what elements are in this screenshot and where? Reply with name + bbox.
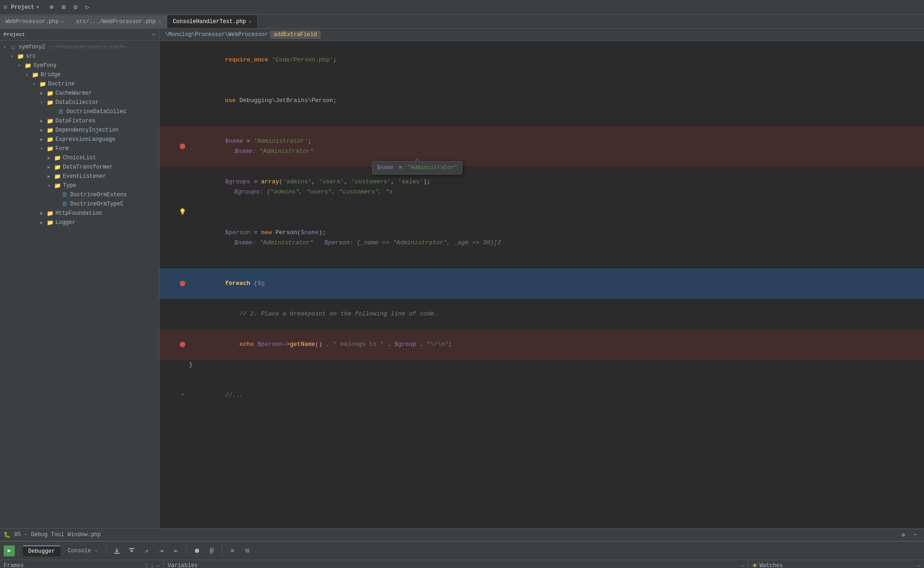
- frames-expand-icon[interactable]: →: [156, 562, 160, 568]
- step-out-btn[interactable]: ↗: [140, 544, 153, 557]
- tab-consolehandlertest[interactable]: ConsoleHandlerTest.php ✕: [167, 15, 257, 28]
- tree-item-doctrine[interactable]: ▾ 📁 Doctrine: [0, 79, 159, 89]
- run-to-cursor-btn[interactable]: ⇥: [155, 544, 168, 557]
- tree-item-datafixtures[interactable]: ▶ 📁 DataFixtures: [0, 116, 159, 126]
- line-number: [159, 299, 178, 329]
- tree-arrow-icon: ▶: [39, 118, 44, 124]
- tree-item-type[interactable]: ▾ 📁 Type: [0, 181, 159, 190]
- code-content: //...: [187, 380, 924, 411]
- line-gutter: [178, 75, 187, 85]
- tree-item-doctrineormtypec[interactable]: 🖹 DoctrineOrmTypeC: [0, 199, 159, 209]
- debug-content: Frames ↑ ↓ → ⏸ : 🗎 05 –: [0, 560, 924, 568]
- tree-item-logger[interactable]: ▶ 📁 Logger: [0, 218, 159, 227]
- top-bar: ⊞ Project ▾ ⊕ ⊞ ⚙ ▷: [0, 0, 924, 15]
- tree-item-doctrineormextens[interactable]: 🖹 DoctrineOrmExtens: [0, 190, 159, 199]
- tree-arrow-icon: ▾: [24, 72, 30, 78]
- tree-arrow-icon: ▾: [2, 44, 7, 50]
- tree-item-datatransformer[interactable]: ▶ 📁 DataTransformer: [0, 163, 159, 172]
- tree-label: CacheWarmer: [55, 90, 92, 97]
- folder-icon: 📁: [31, 71, 39, 79]
- tree-item-expressionlanguage[interactable]: ▶ 📁 ExpressionLanguage: [0, 135, 159, 144]
- build-icon[interactable]: ▷: [83, 3, 92, 12]
- tree-label: DoctrineOrmExtens: [70, 192, 127, 198]
- breakpoint-icon[interactable]: [180, 342, 185, 347]
- watches-title: Watches: [760, 562, 783, 568]
- tree-item-dependencyinjection[interactable]: ▶ 📁 DependencyInjection: [0, 126, 159, 135]
- code-content: [187, 116, 924, 126]
- line-number: [159, 45, 178, 75]
- tab-close-icon[interactable]: ✕: [158, 19, 161, 24]
- frames-scroll-down[interactable]: ↓: [150, 562, 154, 568]
- frames-pane: Frames ↑ ↓ → ⏸ : 🗎 05 –: [0, 560, 164, 568]
- breakpoints-btn[interactable]: ⏺: [190, 544, 203, 557]
- tree-item-cachewarmer[interactable]: ▶ 📁 CacheWarmer: [0, 89, 159, 98]
- folder-icon: 📁: [46, 145, 54, 152]
- tab-webprocessor-src[interactable]: src/.../WebProcessor.php ✕: [70, 15, 167, 28]
- watches-expand-icon[interactable]: →: [917, 562, 920, 568]
- evaluate-btn[interactable]: ⇤: [170, 544, 182, 557]
- mute-btn[interactable]: @: [205, 544, 218, 557]
- tooltip-value: "Administrator": [407, 164, 457, 171]
- breakpoint-icon[interactable]: [180, 144, 185, 149]
- code-line-bulb: 💡: [159, 207, 924, 218]
- tree-arrow-icon: ▶: [39, 220, 44, 225]
- debug-panel-title-bar: 🐛 05 – Debug Tool Window.php ⚙ —: [0, 528, 924, 541]
- code-editor[interactable]: require_once 'Code/Person.php'; use Debu…: [159, 41, 924, 528]
- split-icon[interactable]: ⊞: [59, 3, 68, 12]
- tree-label: DataTransformer: [63, 164, 113, 170]
- tree-item-symfony2[interactable]: ▾ ◻ symfony2 (~/PhpstormProjects/symfo: [0, 42, 159, 52]
- folder-icon: 📁: [46, 210, 54, 217]
- tree-item-src[interactable]: ▾ 📁 src: [0, 52, 159, 61]
- file-tree: ▾ ◻ symfony2 (~/PhpstormProjects/symfo ▾…: [0, 41, 159, 528]
- code-content: $groups = array('admins', 'users', 'cust…: [187, 167, 924, 207]
- sidebar-header: Project ✕: [0, 29, 159, 41]
- frames-scroll-up[interactable]: ↑: [145, 562, 148, 568]
- code-line-ellipsis: + //...: [159, 380, 924, 411]
- code-line-person-assign: $person = new Person($name); $name: "Adm…: [159, 218, 924, 258]
- project-dropdown-icon[interactable]: ▾: [36, 4, 39, 11]
- code-content: [187, 75, 924, 85]
- tab-webprocessor[interactable]: WebProcessor.php ✕: [0, 15, 70, 28]
- restore-layout-btn[interactable]: ⊡: [241, 544, 254, 557]
- tree-label: EventListener: [63, 173, 106, 180]
- tree-item-bridge[interactable]: ▾ 📁 Bridge: [0, 70, 159, 79]
- tree-label: Bridge: [41, 72, 61, 78]
- tree-item-datacollector[interactable]: ▾ 📁 DataCollector: [0, 98, 159, 107]
- tree-item-form[interactable]: ▾ 📁 Form: [0, 144, 159, 153]
- vars-expand-icon[interactable]: →: [741, 562, 744, 568]
- tree-item-symfony[interactable]: ▾ 📁 Symfony: [0, 61, 159, 70]
- debug-tab-debugger[interactable]: Debugger: [23, 545, 61, 556]
- minimize-icon[interactable]: —: [910, 530, 920, 540]
- tab-close-icon[interactable]: ✕: [61, 19, 64, 24]
- debug-tab-console[interactable]: Console ⇒: [62, 546, 103, 556]
- settings-icon[interactable]: ⚙: [71, 3, 80, 12]
- sidebar-collapse-icon[interactable]: ✕: [152, 31, 155, 37]
- resume-button[interactable]: ▶: [4, 545, 15, 556]
- debug-icon: 🐛: [4, 532, 11, 538]
- step-into-btn[interactable]: [125, 544, 138, 557]
- line-gutter: [178, 299, 187, 329]
- tab-close-icon[interactable]: ✕: [249, 19, 252, 24]
- tab-label: src/.../WebProcessor.php: [76, 18, 156, 25]
- tree-item-eventlistener[interactable]: ▶ 📁 EventListener: [0, 172, 159, 181]
- breadcrumb-path: \Monolog\Processor\WebProcessor: [165, 31, 268, 38]
- tooltip-equals: =: [399, 164, 402, 171]
- step-over-btn[interactable]: [110, 544, 123, 557]
- frames-btn[interactable]: ≡: [226, 544, 239, 557]
- tree-arrow-icon: ▾: [31, 81, 37, 87]
- editor-tabs: WebProcessor.php ✕ src/.../WebProcessor.…: [0, 15, 924, 29]
- folder-icon: 📁: [46, 90, 54, 97]
- code-line-foreach: foreach ($g: [159, 268, 924, 299]
- tree-item-doctrinedatacollec[interactable]: 🖹 DoctrineDataCollec: [0, 107, 159, 116]
- svg-rect-0: [114, 553, 120, 554]
- tab-label: WebProcessor.php: [6, 18, 59, 25]
- tree-item-choicelist[interactable]: ▶ 📁 ChoiceList: [0, 153, 159, 163]
- breakpoint-icon[interactable]: [180, 281, 185, 286]
- tree-arrow-icon: ▾: [17, 63, 22, 68]
- sidebar-title: Project: [4, 32, 25, 37]
- view-icon[interactable]: ⊕: [47, 3, 56, 12]
- tree-arrow-icon: ▶: [46, 155, 52, 161]
- tree-item-httpfoundation[interactable]: ▶ 📁 HttpFoundation: [0, 209, 159, 218]
- folder-icon: 📁: [54, 182, 61, 189]
- gear-icon[interactable]: ⚙: [898, 530, 908, 540]
